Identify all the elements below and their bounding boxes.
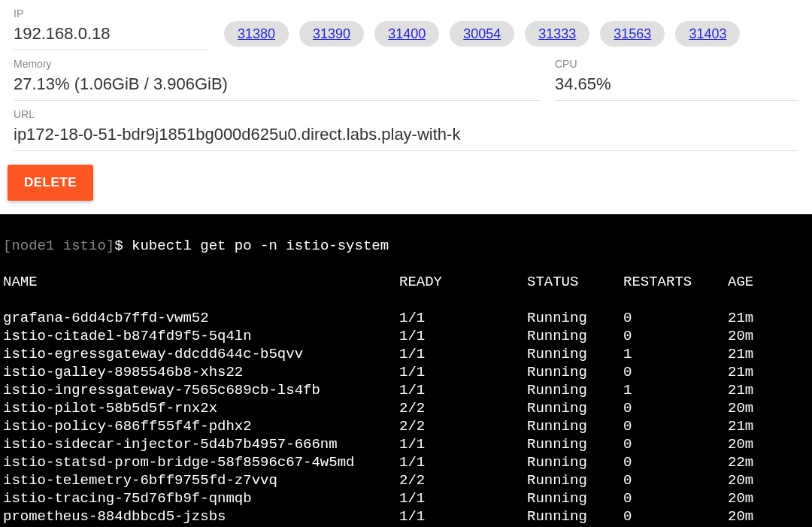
cell-age: 21m — [728, 363, 753, 381]
cell-ready: 1/1 — [399, 453, 527, 471]
cell-status: Running — [527, 507, 623, 525]
terminal-row: istio-galley-8985546b8-xhs221/1Running02… — [3, 363, 809, 381]
terminal-row: istio-citadel-b874fd9f5-5q4ln1/1Running0… — [3, 327, 809, 345]
cell-age: 20m — [728, 399, 753, 417]
ip-ports-row: IP 192.168.0.18 31380 31390 31400 30054 … — [14, 8, 798, 50]
cell-status: Running — [527, 345, 623, 363]
cell-age: 20m — [728, 471, 753, 489]
prompt-symbol: $ — [114, 237, 123, 255]
terminal-row: grafana-6dd4cb7ffd-vwm521/1Running021m — [3, 309, 809, 327]
cell-name: istio-policy-686ff55f4f-pdhx2 — [3, 417, 399, 435]
cell-age: 21m — [728, 417, 753, 435]
port-chip[interactable]: 31390 — [299, 21, 364, 47]
col-ready-header: READY — [399, 273, 527, 291]
memory-label: Memory — [14, 58, 540, 70]
ports-list: 31380 31390 31400 30054 31333 31563 3140… — [224, 8, 740, 47]
ip-field: IP 192.168.0.18 — [14, 8, 209, 50]
col-age-header: AGE — [728, 273, 753, 291]
cell-ready: 1/1 — [399, 435, 527, 453]
cpu-label: CPU — [555, 58, 798, 70]
terminal-row: istio-pilot-58b5d5f-rnx2x2/2Running020m — [3, 399, 809, 417]
cell-status: Running — [527, 363, 623, 381]
terminal-row: istio-telemetry-6bff9755fd-z7vvq2/2Runni… — [3, 471, 809, 489]
cell-ready: 1/1 — [399, 489, 527, 507]
cell-restarts: 1 — [623, 345, 728, 363]
cell-status: Running — [527, 453, 623, 471]
cell-ready: 1/1 — [399, 327, 527, 345]
cell-age: 21m — [728, 345, 753, 363]
cell-status: Running — [527, 471, 623, 489]
ip-label: IP — [14, 8, 209, 20]
memory-value: 27.13% (1.06GiB / 3.906GiB) — [14, 73, 540, 101]
cell-restarts: 0 — [623, 507, 728, 525]
col-status-header: STATUS — [527, 273, 623, 291]
cell-age: 21m — [728, 309, 753, 327]
terminal-row: istio-statsd-prom-bridge-58f8596c67-4w5m… — [3, 453, 809, 471]
cell-name: prometheus-884dbbcd5-jzsbs — [3, 507, 399, 525]
cell-ready: 1/1 — [399, 381, 527, 399]
memory-cpu-row: Memory 27.13% (1.06GiB / 3.906GiB) CPU 3… — [14, 58, 798, 101]
cell-status: Running — [527, 435, 623, 453]
terminal-row: istio-egressgateway-ddcdd644c-b5qvv1/1Ru… — [3, 345, 809, 363]
url-label: URL — [14, 108, 798, 120]
cell-name: istio-tracing-75d76fb9f-qnmqb — [3, 489, 399, 507]
cell-name: istio-egressgateway-ddcdd644c-b5qvv — [3, 345, 399, 363]
port-chip[interactable]: 30054 — [450, 21, 514, 47]
port-chip[interactable]: 31333 — [525, 21, 589, 47]
cell-ready: 1/1 — [399, 363, 527, 381]
ip-value[interactable]: 192.168.0.18 — [14, 23, 209, 50]
cell-name: istio-galley-8985546b8-xhs22 — [3, 363, 399, 381]
delete-button[interactable]: DELETE — [8, 165, 93, 201]
cell-age: 20m — [728, 507, 753, 525]
cell-status: Running — [527, 381, 623, 399]
terminal-row: istio-ingressgateway-7565c689cb-ls4fb1/1… — [3, 381, 809, 399]
cell-restarts: 0 — [623, 453, 728, 471]
terminal-row: istio-sidecar-injector-5d4b7b4957-666nm1… — [3, 435, 809, 453]
col-restarts-header: RESTARTS — [623, 273, 728, 291]
cell-restarts: 0 — [623, 309, 728, 327]
cell-age: 20m — [728, 327, 753, 345]
port-chip[interactable]: 31563 — [600, 21, 665, 47]
cell-restarts: 0 — [623, 471, 728, 489]
cell-age: 21m — [728, 381, 753, 399]
port-chip[interactable]: 31400 — [374, 21, 439, 47]
cell-age: 20m — [728, 489, 753, 507]
terminal-row: istio-policy-686ff55f4f-pdhx22/2Running0… — [3, 417, 809, 435]
terminal[interactable]: [node1 istio]$ kubectl get po -n istio-s… — [0, 214, 812, 527]
port-chip[interactable]: 31403 — [675, 21, 740, 47]
cell-restarts: 0 — [623, 489, 728, 507]
cell-name: istio-statsd-prom-bridge-58f8596c67-4w5m… — [3, 453, 399, 471]
cell-ready: 2/2 — [399, 399, 527, 417]
terminal-row: istio-tracing-75d76fb9f-qnmqb1/1Running0… — [3, 489, 809, 507]
cell-name: istio-telemetry-6bff9755fd-z7vvq — [3, 471, 399, 489]
cpu-field: CPU 34.65% — [555, 58, 798, 101]
cell-age: 20m — [728, 435, 753, 453]
cell-ready: 2/2 — [399, 417, 527, 435]
cell-name: grafana-6dd4cb7ffd-vwm52 — [3, 309, 399, 327]
cell-status: Running — [527, 309, 623, 327]
prompt-path: [node1 istio] — [3, 237, 114, 255]
cell-name: istio-citadel-b874fd9f5-5q4ln — [3, 327, 399, 345]
memory-field: Memory 27.13% (1.06GiB / 3.906GiB) — [14, 58, 540, 101]
cell-restarts: 0 — [623, 327, 728, 345]
cell-restarts: 1 — [623, 381, 728, 399]
port-chip[interactable]: 31380 — [224, 21, 289, 47]
cell-status: Running — [527, 327, 623, 345]
cell-restarts: 0 — [623, 399, 728, 417]
url-value[interactable]: ip172-18-0-51-bdr9j1851bg000d625u0.direc… — [14, 123, 798, 151]
cell-ready: 1/1 — [399, 345, 527, 363]
cell-name: istio-sidecar-injector-5d4b7b4957-666nm — [3, 435, 399, 453]
cell-ready: 1/1 — [399, 309, 527, 327]
cell-status: Running — [527, 399, 623, 417]
terminal-command: kubectl get po -n istio-system — [132, 237, 389, 255]
cell-restarts: 0 — [623, 435, 728, 453]
cell-status: Running — [527, 489, 623, 507]
col-name-header: NAME — [3, 273, 399, 291]
terminal-row: prometheus-884dbbcd5-jzsbs1/1Running020m — [3, 507, 809, 525]
cell-name: istio-pilot-58b5d5f-rnx2x — [3, 399, 399, 417]
cell-ready: 1/1 — [399, 507, 527, 525]
terminal-header-row: NAMEREADYSTATUSRESTARTSAGE — [3, 273, 809, 291]
cell-name: istio-ingressgateway-7565c689cb-ls4fb — [3, 381, 399, 399]
cpu-value: 34.65% — [555, 73, 798, 101]
cell-age: 22m — [728, 453, 753, 471]
